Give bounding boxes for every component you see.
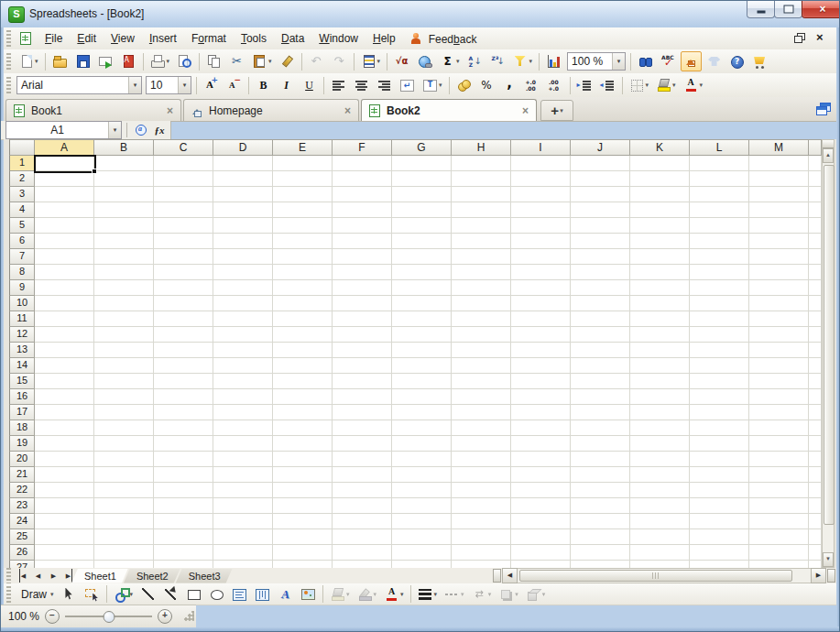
- cell-L6[interactable]: [690, 234, 749, 249]
- cell-L11[interactable]: [690, 311, 749, 327]
- cell-K25[interactable]: [630, 529, 690, 545]
- cell-K3[interactable]: [630, 187, 690, 202]
- paste-dropdown-arrow[interactable]: ▾: [268, 58, 272, 65]
- cell-H6[interactable]: [452, 234, 511, 249]
- cell-L17[interactable]: [690, 405, 749, 420]
- zoom-in-button[interactable]: +: [158, 609, 172, 624]
- cell-G1[interactable]: [392, 156, 452, 171]
- tab-close-icon[interactable]: ×: [520, 104, 530, 117]
- cell-B15[interactable]: [94, 374, 154, 389]
- cell-L2[interactable]: [690, 171, 749, 187]
- cell-F13[interactable]: [333, 343, 392, 358]
- cell-D24[interactable]: [213, 514, 273, 529]
- column-header-D[interactable]: D: [213, 139, 273, 156]
- print-preview-button[interactable]: [174, 51, 195, 71]
- row-header-7[interactable]: 7: [9, 249, 35, 265]
- format-painter-button[interactable]: [277, 51, 298, 71]
- cell-I17[interactable]: [511, 405, 571, 420]
- cell-B19[interactable]: [94, 436, 154, 452]
- cell-F12[interactable]: [333, 327, 392, 343]
- cell-D7[interactable]: [213, 249, 273, 265]
- cell-F11[interactable]: [333, 311, 392, 327]
- cell-C6[interactable]: [154, 234, 213, 249]
- cell-K11[interactable]: [630, 311, 690, 327]
- cell-partial[interactable]: [809, 561, 822, 568]
- cell-D20[interactable]: [213, 452, 273, 467]
- cell-C26[interactable]: [154, 545, 213, 561]
- cell-J10[interactable]: [571, 296, 630, 311]
- cell-partial[interactable]: [809, 171, 822, 187]
- wordart-button[interactable]: A: [275, 584, 296, 605]
- cell-C17[interactable]: [154, 405, 213, 420]
- menu-view[interactable]: View: [104, 29, 142, 48]
- cart-button[interactable]: [749, 51, 770, 71]
- cell-J27[interactable]: [571, 561, 630, 568]
- textbox-vertical-button[interactable]: [252, 584, 273, 605]
- cell-H13[interactable]: [452, 343, 511, 358]
- row-header-8[interactable]: 8: [9, 265, 35, 280]
- cell-G2[interactable]: [392, 171, 452, 187]
- cell-J21[interactable]: [571, 467, 630, 483]
- cell-partial[interactable]: [809, 280, 822, 296]
- cell-M14[interactable]: [749, 358, 809, 374]
- cell-H17[interactable]: [452, 405, 511, 420]
- cell-B8[interactable]: [94, 265, 154, 280]
- cell-F21[interactable]: [333, 467, 392, 483]
- cell-J24[interactable]: [571, 514, 630, 529]
- cell-D1[interactable]: [213, 156, 273, 171]
- cell-M1[interactable]: [749, 156, 809, 171]
- name-box-dropdown-arrow[interactable]: ▾: [108, 122, 121, 138]
- cell-E7[interactable]: [273, 249, 333, 265]
- cell-J6[interactable]: [571, 234, 630, 249]
- picture-button[interactable]: [298, 584, 319, 605]
- column-header-J[interactable]: J: [571, 139, 630, 156]
- cell-K4[interactable]: [630, 202, 690, 218]
- cell-A9[interactable]: [35, 280, 94, 296]
- comma-button[interactable]: ,: [499, 75, 520, 95]
- cell-C23[interactable]: [154, 498, 213, 514]
- cell-I26[interactable]: [511, 545, 571, 561]
- sort-desc-button[interactable]: [487, 51, 508, 71]
- cell-L22[interactable]: [690, 483, 749, 498]
- cell-J18[interactable]: [571, 420, 630, 436]
- cell-D26[interactable]: [213, 545, 273, 561]
- cell-L24[interactable]: [690, 514, 749, 529]
- row-header-27[interactable]: 27: [9, 561, 35, 568]
- column-header-H[interactable]: H: [452, 139, 511, 156]
- horizontal-scroll-track[interactable]: [518, 568, 811, 583]
- cell-A11[interactable]: [35, 311, 94, 327]
- cell-M10[interactable]: [749, 296, 809, 311]
- cell-partial[interactable]: [809, 218, 822, 234]
- cell-partial[interactable]: [809, 529, 822, 545]
- document-tab-book2[interactable]: Book2×: [361, 99, 537, 121]
- cell-C15[interactable]: [154, 374, 213, 389]
- cell-A12[interactable]: [35, 327, 94, 343]
- cell-H23[interactable]: [452, 498, 511, 514]
- cell-J11[interactable]: [571, 311, 630, 327]
- cell-L7[interactable]: [690, 249, 749, 265]
- new-tab-button[interactable]: +▾: [540, 100, 573, 121]
- column-header-A[interactable]: A: [35, 139, 94, 156]
- cell-A6[interactable]: [35, 234, 94, 249]
- menu-help[interactable]: Help: [365, 29, 403, 48]
- print-button[interactable]: ▾: [147, 51, 173, 71]
- select-cursor-button[interactable]: [59, 584, 80, 605]
- cell-H14[interactable]: [452, 358, 511, 374]
- cell-A15[interactable]: [35, 374, 94, 389]
- help-button[interactable]: [726, 51, 747, 71]
- cell-G22[interactable]: [392, 483, 452, 498]
- cell-E1[interactable]: [273, 156, 333, 171]
- cell-E24[interactable]: [273, 514, 333, 529]
- cell-B27[interactable]: [94, 561, 154, 568]
- font-size-dropdown-arrow[interactable]: ▾: [178, 77, 191, 93]
- row-header-25[interactable]: 25: [9, 529, 35, 545]
- cell-M8[interactable]: [749, 265, 809, 280]
- horizontal-split-handle-left[interactable]: [493, 569, 501, 583]
- menu-window[interactable]: Window: [311, 29, 365, 48]
- column-header-E[interactable]: E: [273, 139, 333, 156]
- row-header-18[interactable]: 18: [9, 420, 35, 436]
- formula-input[interactable]: [170, 121, 171, 139]
- cell-H7[interactable]: [452, 249, 511, 265]
- cell-D3[interactable]: [213, 187, 273, 202]
- scroll-right-button[interactable]: ▶: [811, 568, 826, 583]
